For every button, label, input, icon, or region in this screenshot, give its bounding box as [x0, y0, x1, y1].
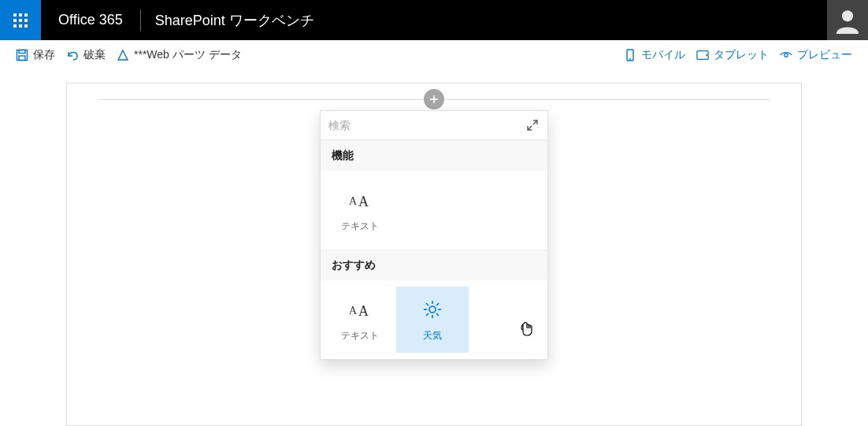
save-label: 保存 — [33, 48, 55, 62]
svg-line-34 — [436, 303, 439, 306]
tile-text-2-label: テキスト — [341, 329, 379, 343]
tile-weather[interactable]: 天気 — [396, 287, 469, 353]
app-launcher-waffle[interactable] — [0, 0, 41, 40]
add-webpart-button[interactable] — [424, 89, 444, 109]
preview-button[interactable]: プレビュー — [780, 48, 852, 62]
group-recommended-tiles: AA テキスト 天気 — [321, 280, 547, 359]
discard-label: 破棄 — [83, 48, 106, 62]
svg-rect-3 — [13, 19, 17, 22]
top-bar: Office 365 SharePoint ワークベンチ — [0, 0, 868, 40]
svg-line-20 — [533, 120, 537, 124]
svg-line-32 — [436, 313, 439, 316]
undo-icon — [66, 49, 79, 61]
waffle-icon — [13, 13, 28, 28]
group-features-title: 機能 — [321, 140, 547, 171]
avatar[interactable] — [827, 0, 868, 40]
svg-rect-6 — [13, 24, 17, 28]
mobile-button[interactable]: モバイル — [624, 48, 685, 62]
save-button[interactable]: 保存 — [16, 48, 55, 62]
mouse-cursor — [520, 321, 534, 339]
tile-text-1-label: テキスト — [341, 220, 379, 233]
command-bar: 保存 破棄 ***Web パーツ データ モバイル タブレット プレビュー — [0, 40, 868, 70]
svg-rect-8 — [24, 24, 28, 28]
expand-button[interactable] — [525, 118, 540, 132]
webpart-picker: 機能 AA テキスト おすすめ AA テキスト — [320, 110, 548, 360]
svg-text:A: A — [358, 303, 369, 319]
tile-weather-label: 天気 — [423, 329, 442, 343]
sun-icon — [422, 298, 443, 321]
svg-point-9 — [842, 10, 853, 21]
picker-header — [321, 111, 547, 140]
text-icon: AA — [349, 298, 371, 321]
tablet-icon — [696, 49, 709, 61]
preview-label: プレビュー — [797, 48, 852, 62]
text-icon: AA — [349, 188, 371, 212]
discard-button[interactable]: 破棄 — [66, 48, 106, 62]
save-icon — [16, 49, 28, 61]
tile-text-1[interactable]: AA テキスト — [324, 177, 396, 243]
svg-text:A: A — [349, 305, 358, 317]
tablet-button[interactable]: タブレット — [696, 48, 769, 62]
tablet-label: タブレット — [714, 48, 769, 62]
search-input[interactable] — [328, 116, 525, 135]
mobile-icon — [624, 49, 636, 61]
triangle-icon — [117, 49, 129, 61]
svg-line-31 — [426, 303, 428, 306]
eye-icon — [780, 49, 792, 61]
page-title: SharePoint ワークベンチ — [141, 0, 328, 40]
svg-point-17 — [785, 54, 788, 57]
group-recommended-title: おすすめ — [321, 250, 547, 280]
webparts-data-label: ***Web パーツ データ — [134, 48, 242, 62]
svg-line-21 — [528, 126, 532, 130]
svg-rect-5 — [24, 19, 28, 22]
svg-rect-1 — [19, 13, 22, 17]
svg-rect-0 — [13, 13, 17, 17]
mobile-label: モバイル — [641, 48, 685, 62]
webparts-data-button[interactable]: ***Web パーツ データ — [117, 48, 242, 62]
svg-rect-11 — [19, 50, 25, 54]
tile-text-2[interactable]: AA テキスト — [324, 287, 396, 353]
svg-rect-2 — [24, 13, 28, 17]
canvas-area: 機能 AA テキスト おすすめ AA テキスト — [66, 83, 802, 426]
expand-icon — [526, 119, 539, 132]
svg-rect-7 — [19, 24, 22, 28]
svg-text:A: A — [349, 195, 358, 207]
svg-point-26 — [429, 306, 436, 313]
svg-line-33 — [426, 313, 428, 316]
plus-icon — [428, 94, 440, 105]
group-features-tiles: AA テキスト — [321, 171, 547, 250]
brand-label[interactable]: Office 365 — [41, 0, 140, 40]
person-icon — [834, 7, 861, 34]
svg-rect-12 — [19, 56, 25, 61]
svg-text:A: A — [358, 194, 369, 209]
svg-point-16 — [707, 54, 707, 55]
svg-rect-4 — [19, 19, 22, 22]
